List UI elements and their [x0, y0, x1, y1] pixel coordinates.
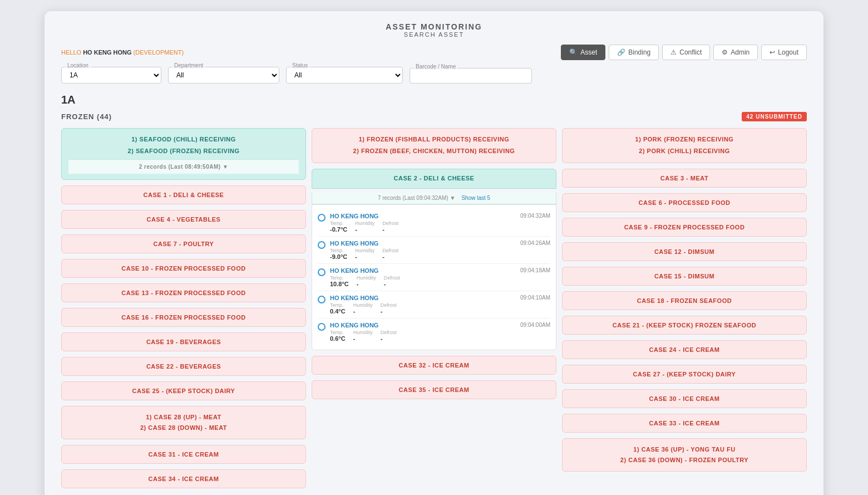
record-name-4: HO KENG HONG — [330, 295, 516, 301]
record-entry-5: HO KENG HONG Temp. 0.6°C Humidity - — [318, 318, 550, 345]
main-grid: 1) SEAFOOD (CHILL) RECEIVING 2) SEAFOOD … — [61, 128, 807, 494]
col1-case10[interactable]: CASE 10 - FROZEN PROCESSED FOOD — [61, 259, 306, 278]
record-dot-1 — [318, 214, 326, 222]
temp-value-1: -0.7°C — [330, 226, 347, 233]
col3-case27[interactable]: CASE 27 - (KEEP STOCK) DAIRY — [562, 365, 807, 384]
col1-case7[interactable]: CASE 7 - POULTRY — [61, 234, 306, 253]
department-filter: Department All Frozen Dairy — [168, 67, 279, 84]
col3-case24[interactable]: CASE 24 - ICE CREAM — [562, 340, 807, 359]
humidity-value-1: - — [355, 226, 374, 233]
col1-case1[interactable]: CASE 1 - DELI & CHEESE — [61, 185, 306, 204]
col2-case2-expanded: CASE 2 - DELI & CHEESE 7 records (Last 0… — [312, 169, 556, 350]
record-dot-5 — [318, 323, 326, 331]
header-row: HELLO HO KENG HONG (DEVELOPMENT) 🔍 Asset… — [61, 45, 807, 60]
defrost-value-1: - — [382, 226, 398, 233]
metric-defrost-1: Defrost - — [382, 220, 398, 233]
col3-case30[interactable]: CASE 30 - ICE CREAM — [562, 389, 807, 408]
col1-case28[interactable]: 1) CASE 28 (UP) - MEAT2) CASE 28 (DOWN) … — [61, 406, 306, 439]
col1-case19[interactable]: CASE 19 - BEVERAGES — [61, 332, 306, 351]
record-info-5: HO KENG HONG Temp. 0.6°C Humidity - — [330, 322, 516, 342]
barcode-input[interactable] — [410, 68, 532, 84]
col1-case16[interactable]: CASE 16 - FROZEN PROCESSED FOOD — [61, 308, 306, 327]
metric-defrost-2: Defrost - — [382, 248, 398, 260]
app-subtitle: SEARCH ASSET — [61, 31, 807, 38]
col3-case15[interactable]: CASE 15 - DIMSUM — [562, 267, 807, 286]
nav-binding-button[interactable]: 🔗 Binding — [609, 45, 659, 60]
username: HO KENG HONG — [83, 49, 131, 56]
nav-conflict-button[interactable]: ⚠ Conflict — [662, 45, 710, 60]
record-info-1: HO KENG HONG Temp. -0.7°C Humidity - — [330, 213, 516, 233]
col1-case4[interactable]: CASE 4 - VEGETABLES — [61, 210, 306, 229]
col3-case36[interactable]: 1) CASE 36 (UP) - YONG TAU FU2) CASE 36 … — [562, 438, 807, 471]
col1-case31[interactable]: CASE 31 - ICE CREAM — [61, 445, 306, 464]
col2-receiving-line1: 1) FROZEN (FISHBALL PRODUCTS) RECEIVING — [319, 134, 549, 145]
col3-case18[interactable]: CASE 18 - FROZEN SEAFOOD — [562, 291, 807, 310]
record-entry-4: HO KENG HONG Temp. 0.4°C Humidity - — [318, 291, 550, 318]
col1-case34[interactable]: CASE 34 - ICE CREAM — [61, 469, 306, 488]
record-info-4: HO KENG HONG Temp. 0.4°C Humidity - — [330, 295, 516, 315]
env-badge: (DEVELOPMENT) — [134, 49, 184, 56]
col1-receiving-line2: 2) SEAFOOD (FROZEN) RECEIVING — [68, 146, 299, 156]
department-select[interactable]: All Frozen Dairy — [168, 67, 279, 84]
status-filter: Status All Submitted Unsubmitted — [286, 67, 403, 84]
col1-records-bar[interactable]: 2 records (Last 08:49:50AM) ▼ — [68, 159, 299, 174]
col3-case12[interactable]: CASE 12 - DIMSUM — [562, 242, 807, 261]
records-entries: HO KENG HONG Temp. -0.7°C Humidity - — [312, 204, 556, 350]
record-time-4: 09:04:10AM — [520, 295, 550, 301]
record-time-3: 09:04:18AM — [520, 267, 550, 273]
unsubmitted-badge: 42 UNSUBMITTED — [742, 112, 807, 121]
record-metrics-4: Temp. 0.4°C Humidity - Defrost - — [330, 302, 516, 315]
defrost-label-1: Defrost — [382, 220, 398, 226]
record-info-3: HO KENG HONG Temp. 10.8°C Humidity - — [330, 267, 516, 287]
col3-case3[interactable]: CASE 3 - MEAT — [562, 169, 807, 188]
nav-logout-button[interactable]: ↩ Logout — [761, 45, 807, 60]
col1-case13[interactable]: CASE 13 - FROZEN PROCESSED FOOD — [61, 283, 306, 302]
location-title: 1A — [61, 94, 807, 106]
record-metrics-5: Temp. 0.6°C Humidity - Defrost - — [330, 330, 516, 342]
col3-receiving-card[interactable]: 1) PORK (FROZEN) RECEIVING 2) PORK (CHIL… — [562, 128, 807, 163]
section-title: FROZEN (44) — [61, 112, 112, 121]
col3-case6[interactable]: CASE 6 - PROCESSED FOOD — [562, 193, 807, 212]
record-name-5: HO KENG HONG — [330, 322, 516, 329]
metric-humidity-2: Humidity - — [355, 248, 374, 260]
col2-case35[interactable]: CASE 35 - ICE CREAM — [312, 380, 556, 399]
col3-case21[interactable]: CASE 21 - (KEEP STOCK) FROZEN SEAFOOD — [562, 316, 807, 335]
col3-case33[interactable]: CASE 33 - ICE CREAM — [562, 414, 807, 433]
temp-label-1: Temp. — [330, 220, 347, 226]
col3-receiving-line2: 2) PORK (CHILL) RECEIVING — [569, 146, 800, 156]
col2-receiving-card[interactable]: 1) FROZEN (FISHBALL PRODUCTS) RECEIVING … — [312, 128, 556, 163]
app-window: ASSET MONITORING SEARCH ASSET HELLO HO K… — [45, 11, 823, 495]
department-label: Department — [172, 62, 205, 68]
record-metrics-1: Temp. -0.7°C Humidity - Defrost - — [330, 220, 516, 233]
col1-receiving-line1: 1) SEAFOOD (CHILL) RECEIVING — [68, 134, 299, 145]
record-metrics-2: Temp. -9.0°C Humidity - Defrost - — [330, 248, 516, 260]
col2-case32[interactable]: CASE 32 - ICE CREAM — [312, 356, 556, 375]
col2-case2-title-card[interactable]: CASE 2 - DELI & CHEESE — [312, 169, 556, 189]
record-info-2: HO KENG HONG Temp. -9.0°C Humidity - — [330, 240, 516, 260]
status-select[interactable]: All Submitted Unsubmitted — [286, 67, 403, 84]
col2-show-last[interactable]: Show last 5 — [461, 195, 490, 201]
record-time-5: 09:04:00AM — [520, 322, 550, 328]
col2-receiving-line2: 2) FROZEN (BEEF, CHICKEN, MUTTON) RECEIV… — [319, 146, 549, 156]
filters-row: Location 1A 1B 2A Department All Frozen … — [61, 67, 807, 84]
record-dot-2 — [318, 241, 326, 249]
nav-asset-button[interactable]: 🔍 Asset — [561, 45, 605, 60]
column-1: 1) SEAFOOD (CHILL) RECEIVING 2) SEAFOOD … — [61, 128, 306, 494]
record-dot-3 — [318, 268, 326, 276]
app-title: ASSET MONITORING SEARCH ASSET — [61, 22, 807, 38]
location-select[interactable]: 1A 1B 2A — [61, 67, 161, 84]
column-2: 1) FROZEN (FISHBALL PRODUCTS) RECEIVING … — [312, 128, 556, 494]
col1-case25[interactable]: CASE 25 - (KEEP STOCK) DAIRY — [61, 381, 306, 400]
hello-prefix: HELLO — [61, 49, 81, 56]
record-name-3: HO KENG HONG — [330, 267, 516, 274]
col3-case9[interactable]: CASE 9 - FROZEN PROCESSED FOOD — [562, 218, 807, 237]
barcode-label: Barcode / Name — [414, 63, 457, 70]
app-main-title: ASSET MONITORING — [61, 22, 807, 31]
col1-case22[interactable]: CASE 22 - BEVERAGES — [61, 357, 306, 376]
metric-temp-1: Temp. -0.7°C — [330, 220, 347, 233]
record-entry-1: HO KENG HONG Temp. -0.7°C Humidity - — [318, 209, 550, 237]
col1-receiving-card[interactable]: 1) SEAFOOD (CHILL) RECEIVING 2) SEAFOOD … — [61, 128, 306, 180]
nav-admin-button[interactable]: ⚙ Admin — [713, 45, 758, 60]
hello-text: HELLO HO KENG HONG (DEVELOPMENT) — [61, 49, 184, 56]
col2-records-info[interactable]: 7 records (Last 09:04:32AM) ▼ — [378, 195, 455, 201]
